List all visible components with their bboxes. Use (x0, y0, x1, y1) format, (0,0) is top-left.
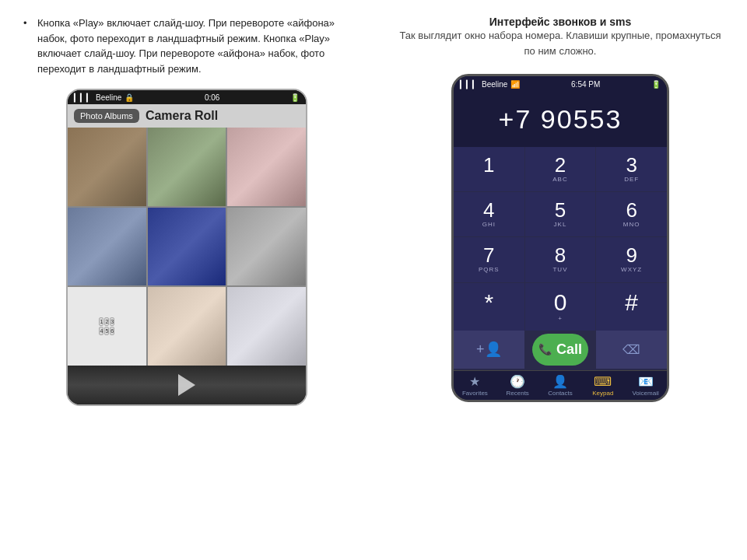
wifi-icon: 📶 (510, 80, 520, 89)
right-status-time: 6:54 PM (571, 80, 600, 89)
dial-key-letters-6: MNO (599, 220, 664, 229)
dial-key-letters-5: JKL (528, 220, 593, 229)
dial-key-9[interactable]: 9 WXYZ (596, 237, 667, 282)
call-button-label: Call (556, 341, 582, 358)
video-player[interactable] (68, 366, 306, 404)
dial-key-letters-7: PQRS (457, 265, 521, 274)
dial-key-6[interactable]: 6 MNO (596, 192, 667, 236)
dial-key-num-4: 4 (457, 200, 521, 220)
dial-key-#[interactable]: # (596, 283, 667, 331)
right-carrier-name: Beeline (482, 80, 507, 89)
photo-cell-5[interactable] (148, 208, 226, 286)
tab-favorites[interactable]: ★ Favorites (454, 371, 496, 400)
right-battery-icon: 🔋 (651, 80, 661, 89)
tab-voicemail[interactable]: 📧 Voicemail (624, 371, 667, 400)
photo-albums-header: Photo Albums Camera Roll (68, 104, 306, 128)
dial-key-num-8: 8 (528, 245, 593, 265)
right-header-sub: Так выглядит окно набора номера. Клавиши… (397, 28, 724, 58)
dial-key-3[interactable]: 3 DEF (596, 147, 667, 191)
dial-key-*[interactable]: * (454, 283, 524, 331)
dial-key-letters-3: DEF (599, 175, 664, 184)
photo-cell-4[interactable] (68, 208, 146, 286)
dialer-number-display: +7 90553 (454, 92, 667, 147)
status-left: ▎▎▎ Beeline 🔒 (74, 93, 134, 102)
iphone-left-mock: ▎▎▎ Beeline 🔒 0:06 🔋 Photo Albums Camera… (66, 89, 307, 406)
status-right: 🔋 (290, 93, 300, 102)
dial-key-letters-2: ABC (528, 175, 593, 184)
dial-key-2[interactable]: 2 ABC (525, 147, 596, 191)
phone-icon: 📞 (538, 343, 552, 355)
mini-key-5: 5 (104, 327, 109, 335)
right-status-right: 🔋 (651, 80, 661, 89)
lock-icon: 🔒 (124, 93, 134, 102)
tab-label-recents: Recents (507, 390, 529, 397)
photo-cell-2[interactable] (148, 128, 226, 206)
add-contact-icon: +👤 (476, 341, 502, 358)
tab-contacts[interactable]: 👤 Contacts (539, 371, 582, 400)
dial-key-letters-9: WXYZ (599, 265, 664, 274)
dial-key-num-#: # (599, 291, 664, 314)
dial-key-5[interactable]: 5 JKL (525, 192, 596, 236)
tab-icon-favorites: ★ (469, 374, 480, 389)
dial-key-num-7: 7 (457, 245, 521, 265)
dial-key-4[interactable]: 4 GHI (454, 192, 524, 236)
tab-recents[interactable]: 🕐 Recents (496, 371, 539, 400)
tab-label-voicemail: Voicemail (632, 390, 658, 397)
dial-key-num-*: * (457, 291, 521, 314)
photo-cell-3[interactable] (227, 128, 306, 206)
right-header-title: Интерфейс звонков и sms (397, 16, 724, 28)
battery-icon: 🔋 (290, 93, 300, 102)
dial-key-8[interactable]: 8 TUV (525, 237, 596, 282)
right-signal-icon: ▎▎▎ (460, 80, 479, 89)
right-header: Интерфейс звонков и sms Так выглядит окн… (397, 16, 724, 58)
play-button-icon[interactable] (178, 374, 195, 396)
carrier-name: Beeline (96, 93, 121, 102)
dial-key-7[interactable]: 7 PQRS (454, 237, 524, 282)
camera-roll-title: Camera Roll (146, 109, 218, 123)
tab-icon-keypad: ⌨ (594, 374, 612, 389)
mini-key-1: 1 (99, 317, 103, 326)
tab-keypad[interactable]: ⌨ Keypad (581, 371, 624, 400)
dialer-grid: 1 2 ABC3 DEF4 GHI5 JKL6 MNO7 PQRS8 (454, 147, 667, 331)
tab-icon-voicemail: 📧 (638, 374, 654, 389)
photo-cell-8[interactable] (148, 287, 226, 366)
dial-key-num-6: 6 (599, 200, 664, 220)
right-status-bar: ▎▎▎ Beeline 📶 6:54 PM 🔋 (454, 76, 667, 92)
mini-key-3: 3 (110, 317, 114, 326)
add-contact-button[interactable]: +👤 (454, 331, 524, 369)
tab-label-favorites: Favorites (462, 390, 488, 397)
left-status-bar: ▎▎▎ Beeline 🔒 0:06 🔋 (68, 90, 306, 104)
photo-grid: 1 2 3 4 5 6 (68, 128, 306, 366)
delete-icon: ⌫ (622, 342, 640, 357)
delete-button[interactable]: ⌫ (596, 331, 667, 369)
right-status-left: ▎▎▎ Beeline 📶 (460, 80, 520, 89)
dial-key-num-9: 9 (599, 245, 664, 265)
right-panel: Интерфейс звонков и sms Так выглядит окн… (374, 0, 747, 560)
tab-icon-contacts: 👤 (552, 374, 568, 389)
mini-key-2: 2 (104, 317, 109, 326)
dial-key-letters-4: GHI (457, 220, 521, 229)
photo-cell-9[interactable] (227, 287, 306, 366)
photo-cell-1[interactable] (68, 128, 146, 206)
dial-key-num-5: 5 (528, 200, 593, 220)
dial-key-letters-0: + (528, 314, 593, 323)
dial-key-1[interactable]: 1 (454, 147, 524, 191)
dial-key-num-3: 3 (599, 155, 664, 175)
dialer-tab-bar: ★ Favorites🕐 Recents👤 Contacts⌨ Keypad📧 … (454, 370, 667, 400)
dial-key-0[interactable]: 0 + (525, 283, 596, 331)
photo-cell-6[interactable] (227, 208, 306, 286)
dial-key-letters-8: TUV (528, 265, 593, 274)
tab-icon-recents: 🕐 (510, 374, 525, 389)
dialer-bottom-row: +👤 📞 Call ⌫ (454, 331, 667, 370)
signal-icon: ▎▎▎ (74, 93, 93, 102)
dial-key-num-0: 0 (528, 291, 593, 314)
tab-label-contacts: Contacts (548, 390, 573, 397)
tab-label-keypad: Keypad (592, 390, 613, 397)
mini-key-6: 6 (110, 327, 114, 335)
photo-cell-7[interactable]: 1 2 3 4 5 6 (68, 287, 146, 366)
iphone-right-mock: ▎▎▎ Beeline 📶 6:54 PM 🔋 +7 90553 1 2 ABC… (451, 74, 669, 402)
status-time: 0:06 (205, 93, 219, 102)
call-button[interactable]: 📞 Call (532, 334, 589, 366)
keypad-mini: 1 2 3 4 5 6 (97, 316, 116, 337)
photo-albums-button[interactable]: Photo Albums (74, 109, 139, 123)
